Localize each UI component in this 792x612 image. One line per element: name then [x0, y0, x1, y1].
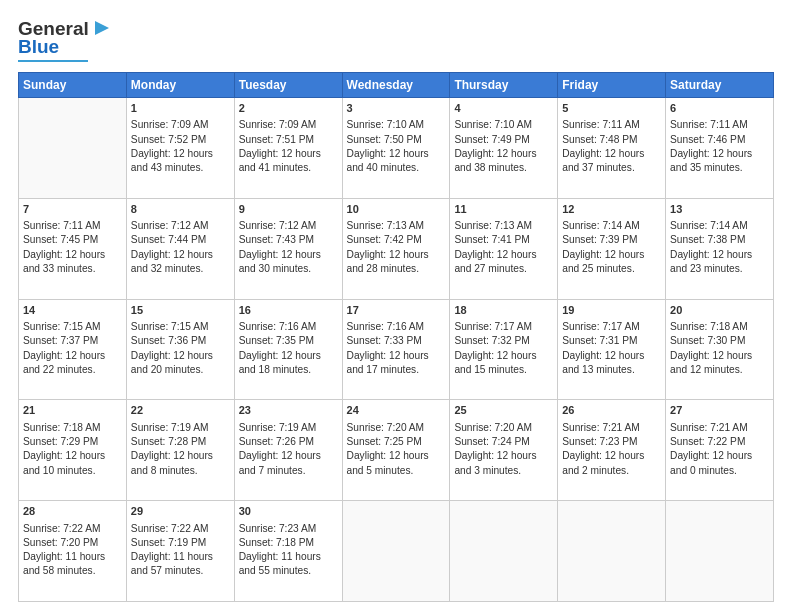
calendar-cell: 8Sunrise: 7:12 AMSunset: 7:44 PMDaylight… [126, 198, 234, 299]
week-row-5: 28Sunrise: 7:22 AMSunset: 7:20 PMDayligh… [19, 501, 774, 602]
day-number: 16 [239, 303, 338, 318]
day-info: Sunrise: 7:21 AM [562, 421, 661, 435]
day-info: Sunrise: 7:15 AM [131, 320, 230, 334]
day-info: Daylight: 11 hours and 58 minutes. [23, 550, 122, 579]
day-info: Sunset: 7:38 PM [670, 233, 769, 247]
logo-arrow-icon [91, 17, 113, 39]
day-number: 6 [670, 101, 769, 116]
day-info: Sunset: 7:20 PM [23, 536, 122, 550]
week-row-1: 1Sunrise: 7:09 AMSunset: 7:52 PMDaylight… [19, 98, 774, 199]
day-number: 14 [23, 303, 122, 318]
day-info: Daylight: 12 hours and 23 minutes. [670, 248, 769, 277]
day-info: Sunset: 7:30 PM [670, 334, 769, 348]
day-number: 5 [562, 101, 661, 116]
day-info: Sunrise: 7:16 AM [347, 320, 446, 334]
day-info: Sunrise: 7:19 AM [239, 421, 338, 435]
calendar-cell: 20Sunrise: 7:18 AMSunset: 7:30 PMDayligh… [666, 299, 774, 400]
day-info: Daylight: 12 hours and 20 minutes. [131, 349, 230, 378]
day-info: Daylight: 12 hours and 15 minutes. [454, 349, 553, 378]
day-number: 29 [131, 504, 230, 519]
day-info: Sunset: 7:50 PM [347, 133, 446, 147]
day-info: Sunset: 7:23 PM [562, 435, 661, 449]
calendar-cell: 9Sunrise: 7:12 AMSunset: 7:43 PMDaylight… [234, 198, 342, 299]
calendar-cell: 28Sunrise: 7:22 AMSunset: 7:20 PMDayligh… [19, 501, 127, 602]
day-info: Daylight: 12 hours and 38 minutes. [454, 147, 553, 176]
day-number: 4 [454, 101, 553, 116]
day-number: 17 [347, 303, 446, 318]
header: General Blue [18, 18, 774, 62]
week-row-4: 21Sunrise: 7:18 AMSunset: 7:29 PMDayligh… [19, 400, 774, 501]
day-info: Sunrise: 7:12 AM [131, 219, 230, 233]
day-info: Sunrise: 7:13 AM [347, 219, 446, 233]
svg-marker-0 [95, 21, 109, 35]
weekday-header-thursday: Thursday [450, 73, 558, 98]
calendar-cell: 26Sunrise: 7:21 AMSunset: 7:23 PMDayligh… [558, 400, 666, 501]
calendar-cell: 6Sunrise: 7:11 AMSunset: 7:46 PMDaylight… [666, 98, 774, 199]
day-info: Sunset: 7:22 PM [670, 435, 769, 449]
calendar-cell: 12Sunrise: 7:14 AMSunset: 7:39 PMDayligh… [558, 198, 666, 299]
calendar-cell: 23Sunrise: 7:19 AMSunset: 7:26 PMDayligh… [234, 400, 342, 501]
day-info: Daylight: 12 hours and 7 minutes. [239, 449, 338, 478]
day-info: Sunset: 7:36 PM [131, 334, 230, 348]
day-info: Daylight: 12 hours and 13 minutes. [562, 349, 661, 378]
day-info: Daylight: 12 hours and 18 minutes. [239, 349, 338, 378]
day-info: Sunrise: 7:09 AM [239, 118, 338, 132]
day-number: 23 [239, 403, 338, 418]
calendar-cell: 4Sunrise: 7:10 AMSunset: 7:49 PMDaylight… [450, 98, 558, 199]
day-info: Sunrise: 7:18 AM [670, 320, 769, 334]
calendar-cell [558, 501, 666, 602]
weekday-header-saturday: Saturday [666, 73, 774, 98]
calendar-cell: 22Sunrise: 7:19 AMSunset: 7:28 PMDayligh… [126, 400, 234, 501]
day-number: 3 [347, 101, 446, 116]
day-number: 13 [670, 202, 769, 217]
day-info: Sunset: 7:52 PM [131, 133, 230, 147]
day-info: Daylight: 12 hours and 40 minutes. [347, 147, 446, 176]
day-info: Daylight: 12 hours and 41 minutes. [239, 147, 338, 176]
page: General Blue SundayMondayTuesdayWednesda… [0, 0, 792, 612]
day-info: Daylight: 12 hours and 8 minutes. [131, 449, 230, 478]
day-info: Daylight: 12 hours and 22 minutes. [23, 349, 122, 378]
logo-underline [18, 60, 88, 62]
week-row-2: 7Sunrise: 7:11 AMSunset: 7:45 PMDaylight… [19, 198, 774, 299]
calendar-table: SundayMondayTuesdayWednesdayThursdayFrid… [18, 72, 774, 602]
day-info: Sunset: 7:39 PM [562, 233, 661, 247]
calendar-cell [342, 501, 450, 602]
day-info: Sunrise: 7:11 AM [670, 118, 769, 132]
calendar-cell: 2Sunrise: 7:09 AMSunset: 7:51 PMDaylight… [234, 98, 342, 199]
calendar-cell [666, 501, 774, 602]
day-info: Daylight: 12 hours and 32 minutes. [131, 248, 230, 277]
day-number: 30 [239, 504, 338, 519]
day-info: Daylight: 12 hours and 35 minutes. [670, 147, 769, 176]
calendar-cell: 1Sunrise: 7:09 AMSunset: 7:52 PMDaylight… [126, 98, 234, 199]
day-info: Daylight: 12 hours and 37 minutes. [562, 147, 661, 176]
day-number: 2 [239, 101, 338, 116]
day-info: Sunrise: 7:18 AM [23, 421, 122, 435]
day-info: Sunset: 7:48 PM [562, 133, 661, 147]
day-info: Sunrise: 7:11 AM [562, 118, 661, 132]
day-info: Sunset: 7:35 PM [239, 334, 338, 348]
calendar-cell: 24Sunrise: 7:20 AMSunset: 7:25 PMDayligh… [342, 400, 450, 501]
day-info: Sunrise: 7:21 AM [670, 421, 769, 435]
calendar-cell: 10Sunrise: 7:13 AMSunset: 7:42 PMDayligh… [342, 198, 450, 299]
day-info: Daylight: 12 hours and 43 minutes. [131, 147, 230, 176]
day-info: Sunrise: 7:23 AM [239, 522, 338, 536]
day-info: Sunrise: 7:20 AM [347, 421, 446, 435]
day-info: Sunset: 7:44 PM [131, 233, 230, 247]
day-info: Sunset: 7:41 PM [454, 233, 553, 247]
logo: General Blue [18, 18, 113, 62]
day-number: 21 [23, 403, 122, 418]
day-info: Daylight: 12 hours and 5 minutes. [347, 449, 446, 478]
calendar-cell [450, 501, 558, 602]
day-number: 24 [347, 403, 446, 418]
day-info: Sunrise: 7:17 AM [454, 320, 553, 334]
day-info: Sunrise: 7:16 AM [239, 320, 338, 334]
day-info: Sunrise: 7:10 AM [347, 118, 446, 132]
day-info: Daylight: 12 hours and 33 minutes. [23, 248, 122, 277]
calendar-cell: 19Sunrise: 7:17 AMSunset: 7:31 PMDayligh… [558, 299, 666, 400]
week-row-3: 14Sunrise: 7:15 AMSunset: 7:37 PMDayligh… [19, 299, 774, 400]
calendar-cell: 11Sunrise: 7:13 AMSunset: 7:41 PMDayligh… [450, 198, 558, 299]
day-info: Sunset: 7:19 PM [131, 536, 230, 550]
day-number: 1 [131, 101, 230, 116]
day-info: Sunset: 7:31 PM [562, 334, 661, 348]
day-info: Sunset: 7:45 PM [23, 233, 122, 247]
